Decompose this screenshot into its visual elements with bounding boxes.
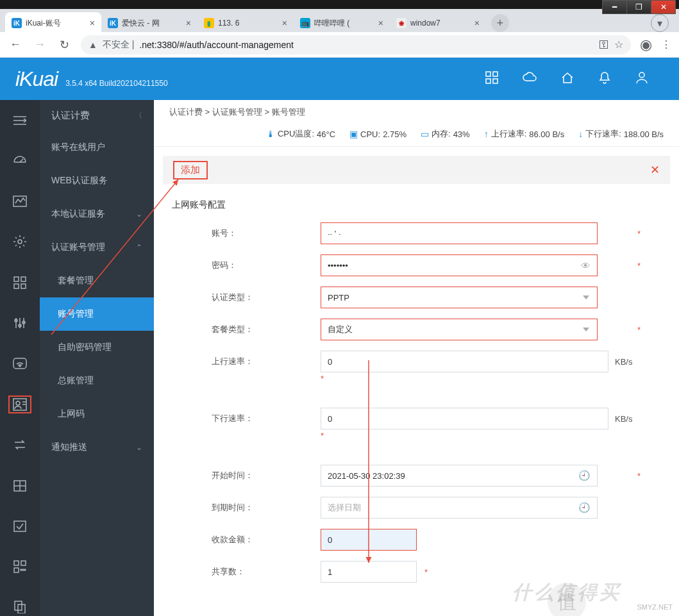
rail-wifi-icon[interactable] <box>8 354 31 372</box>
svg-rect-30 <box>14 568 19 572</box>
starttime-input[interactable]: 2021-05-30 23:02:39🕘 <box>321 465 598 487</box>
tab-search-icon[interactable]: ▾ <box>651 14 669 32</box>
sidebar: 认证计费〈 账号在线用户 WEB认证服务 本地认证服务⌄ 认证账号管理⌃ 套餐管… <box>40 100 154 616</box>
upload-icon: ↑ <box>484 129 489 139</box>
favicon-ikuai: iK <box>108 18 118 28</box>
rail-flow-icon[interactable] <box>8 437 31 454</box>
address-bar[interactable]: ▲ 不安全 | .net:3380/#/auth/account-managem… <box>81 35 631 54</box>
svg-rect-0 <box>486 72 490 76</box>
tab-close-icon[interactable]: × <box>90 18 95 28</box>
logo: iKuai <box>15 67 58 91</box>
sidebar-heading: 认证计费〈 <box>40 100 154 131</box>
rail-auth-icon[interactable] <box>8 395 31 413</box>
window-close[interactable]: ✕ <box>651 0 676 14</box>
favicon-bilibili: 📺 <box>300 18 310 28</box>
bell-icon[interactable] <box>598 71 611 87</box>
sidebar-item-account-mgmt[interactable]: 账号管理 <box>40 297 154 331</box>
memory-icon: ▭ <box>421 129 429 139</box>
tab-close-icon[interactable]: × <box>186 18 191 28</box>
bookmark-star-icon[interactable]: ☆ <box>614 38 623 51</box>
svg-rect-12 <box>14 284 19 288</box>
svg-point-33 <box>21 569 22 570</box>
share-input[interactable]: 1 <box>321 561 417 583</box>
section-title: 上网账号配置 <box>154 184 679 217</box>
rail-sliders-icon[interactable] <box>8 314 31 331</box>
cloud-icon[interactable] <box>523 71 537 87</box>
tab-title: 哔哩哔哩 ( <box>314 18 374 29</box>
amount-label: 收款金额： <box>212 534 321 545</box>
chevron-up-icon: ⌃ <box>136 243 142 252</box>
rail-apps-icon[interactable] <box>8 274 31 291</box>
share-label: 共享数： <box>212 566 321 578</box>
password-input[interactable]: •••••••👁 <box>321 254 598 276</box>
home-icon[interactable] <box>561 71 574 87</box>
sidebar-item-web-auth[interactable]: WEB认证服务 <box>40 164 154 197</box>
sidebar-item-plan-mgmt[interactable]: 套餐管理 <box>40 264 154 297</box>
favicon-ikuai: iK <box>12 18 22 28</box>
menu-icon[interactable]: ⋮ <box>661 38 671 51</box>
downrate-input[interactable]: 0 <box>321 408 608 429</box>
eye-icon[interactable]: 👁 <box>581 260 591 271</box>
rail-check-icon[interactable] <box>8 517 31 535</box>
rail-monitor-icon[interactable] <box>8 192 31 210</box>
tab-title: window7 <box>410 19 471 28</box>
build-version: 3.5.4 x64 Build202104211550 <box>65 79 167 88</box>
tab-window7[interactable]: ❀ window7 × <box>390 12 486 34</box>
add-button[interactable]: 添加 <box>173 161 208 179</box>
tab-title: 113. 6 <box>218 19 278 28</box>
apps-icon[interactable] <box>485 71 498 87</box>
endtime-label: 到期时间： <box>212 502 321 513</box>
icon-rail <box>0 100 40 616</box>
sidebar-item-online-users[interactable]: 账号在线用户 <box>40 131 154 164</box>
rail-settings-icon[interactable] <box>8 233 31 251</box>
user-icon[interactable] <box>635 71 648 87</box>
window-maximize[interactable]: ❐ <box>626 0 651 14</box>
svg-rect-13 <box>21 284 26 288</box>
rail-grid-icon[interactable] <box>8 477 31 494</box>
uprate-input[interactable]: 0 <box>321 351 608 372</box>
svg-rect-1 <box>493 72 498 76</box>
amount-input[interactable]: 0 <box>321 529 417 551</box>
new-tab-button[interactable]: + <box>491 14 509 32</box>
thermometer-icon: 🌡 <box>266 129 275 139</box>
tab-close-icon[interactable]: × <box>378 18 383 28</box>
rail-copy-icon[interactable] <box>8 599 31 616</box>
breadcrumb: 认证计费 > 认证账号管理 > 账号管理 <box>154 100 679 124</box>
uprate-required-mark: * <box>321 374 641 383</box>
endtime-input[interactable]: 选择日期🕘 <box>321 497 598 519</box>
tab-ikuai-account[interactable]: iK iKuai-账号 × <box>5 12 101 34</box>
chevron-left-icon[interactable]: 〈 <box>135 110 142 121</box>
window-minimize[interactable]: ━ <box>602 0 627 14</box>
browser-tabs: iK iKuai-账号 × iK 爱快云 - 网 × ▮ 113. 6 × 📺 … <box>0 9 679 32</box>
cpu-icon: ▣ <box>349 129 358 139</box>
sidebar-item-net-code[interactable]: 上网码 <box>40 397 154 431</box>
key-icon[interactable]: ⚿ <box>599 39 609 51</box>
sidebar-item-local-auth[interactable]: 本地认证服务⌄ <box>40 197 154 231</box>
svg-rect-27 <box>14 521 26 531</box>
sidebar-item-self-password[interactable]: 自助密码管理 <box>40 331 154 364</box>
account-label: 账号： <box>212 228 321 239</box>
nav-back[interactable]: ← <box>8 38 23 51</box>
password-label: 密码： <box>212 260 321 271</box>
sidebar-item-notifications[interactable]: 通知推送⌄ <box>40 431 154 464</box>
close-panel-icon[interactable]: ✕ <box>650 163 660 177</box>
svg-rect-2 <box>486 79 490 83</box>
tab-bilibili[interactable]: 📺 哔哩哔哩 ( × <box>294 12 390 34</box>
authtype-select[interactable]: PPTP <box>321 287 598 308</box>
tab-close-icon[interactable]: × <box>282 18 287 28</box>
tab-close-icon[interactable]: × <box>474 18 480 28</box>
plantype-select[interactable]: 自定义 <box>321 319 598 340</box>
sidebar-item-ledger-mgmt[interactable]: 总账管理 <box>40 364 154 397</box>
url-prefix: 不安全 | <box>103 39 135 51</box>
profile-icon[interactable]: ◉ <box>640 37 652 53</box>
nav-reload[interactable]: ↻ <box>56 38 72 52</box>
tab-title: 爱快云 - 网 <box>122 18 182 29</box>
account-input[interactable]: ·· ' · <box>321 222 598 244</box>
rail-collapse-icon[interactable] <box>8 112 31 129</box>
sidebar-item-auth-account-mgmt[interactable]: 认证账号管理⌃ <box>40 231 154 264</box>
rail-more-icon[interactable] <box>8 558 31 576</box>
tab-aikuai-cloud[interactable]: iK 爱快云 - 网 × <box>101 12 197 34</box>
rail-dashboard-icon[interactable] <box>8 152 31 169</box>
url-text: .net:3380/#/auth/account-management <box>139 40 294 50</box>
tab-113[interactable]: ▮ 113. 6 × <box>197 12 294 34</box>
